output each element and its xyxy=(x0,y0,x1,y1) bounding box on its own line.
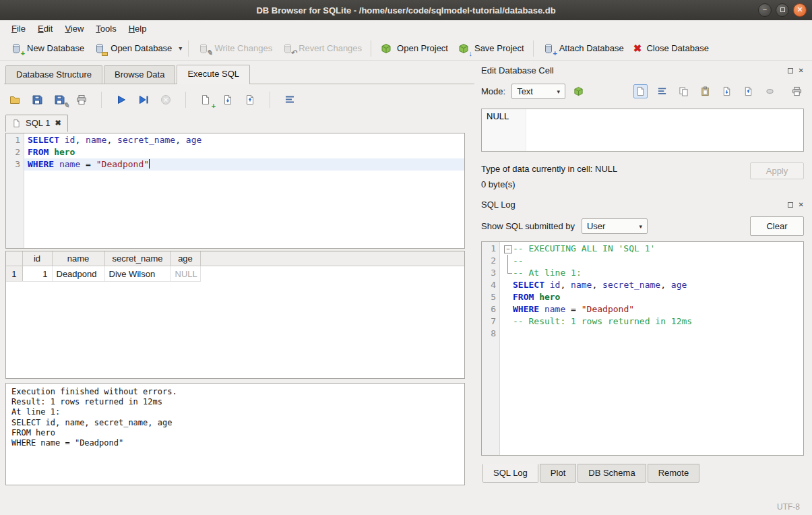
edit-cell-title: Edit Database Cell xyxy=(481,65,554,75)
clear-button[interactable]: Clear xyxy=(750,216,804,236)
close-button[interactable]: ✕ xyxy=(793,3,807,17)
table-cell[interactable]: Deadpond xyxy=(52,266,104,282)
new-database-button[interactable]: + New Database xyxy=(5,40,89,57)
export-sql-button[interactable] xyxy=(243,93,257,107)
column-header-secret-name[interactable]: secret_name xyxy=(104,251,170,266)
right-panel: Edit Database Cell ✕ Mode: Text ▾ xyxy=(474,61,812,499)
bottom-tab-bar: SQL Log Plot DB Schema Remote xyxy=(481,464,804,483)
close-database-button[interactable]: ✖ Close Database xyxy=(629,40,714,57)
code-line: -- xyxy=(500,255,803,267)
sql1-tab[interactable]: SQL 1 ✖ xyxy=(5,115,68,132)
maximize-icon xyxy=(780,7,785,12)
format-sql-button[interactable] xyxy=(283,93,296,107)
import-sql-button[interactable] xyxy=(221,93,235,107)
tab-plot[interactable]: Plot xyxy=(540,464,576,483)
cell-info-block: Type of data currently in cell: NULL 0 b… xyxy=(481,162,804,195)
set-null-button[interactable] xyxy=(763,84,777,98)
column-header-id[interactable]: id xyxy=(22,251,52,266)
play-to-line-icon xyxy=(138,94,149,105)
paste-cell-button[interactable] xyxy=(698,84,712,98)
float-panel-icon[interactable] xyxy=(788,202,793,208)
column-header-age[interactable]: age xyxy=(170,251,200,266)
open-project-button[interactable]: Open Project xyxy=(375,40,453,57)
menu-edit[interactable]: Edit xyxy=(32,22,59,36)
save-project-button[interactable]: ↓ Save Project xyxy=(453,40,529,57)
sql-log-view[interactable]: 12345678 -- EXECUTING ALL IN 'SQL 1'----… xyxy=(481,241,804,456)
table-cell[interactable]: 1 xyxy=(22,266,52,282)
print-sql-button[interactable] xyxy=(75,93,88,107)
save-sql-as-button[interactable]: ✎ xyxy=(53,93,66,107)
mode-label: Mode: xyxy=(481,86,505,96)
menu-view[interactable]: View xyxy=(59,22,90,36)
print-cell-button[interactable] xyxy=(790,84,804,98)
clipboard-icon xyxy=(700,86,710,96)
log-code-area[interactable]: -- EXECUTING ALL IN 'SQL 1'---- At line … xyxy=(500,242,803,455)
titlebar[interactable]: DB Browser for SQLite - /home/user/code/… xyxy=(0,0,812,20)
import-table-button[interactable] xyxy=(571,84,586,98)
text-mode-button[interactable] xyxy=(633,84,648,98)
tab-browse-data[interactable]: Browse Data xyxy=(104,65,175,84)
menu-tools[interactable]: Tools xyxy=(90,22,122,36)
code-line: SELECT id, name, secret_name, age xyxy=(500,279,803,291)
submitter-select[interactable]: User ▾ xyxy=(582,218,648,234)
new-sql-tab-button[interactable]: + xyxy=(199,93,212,107)
close-panel-icon[interactable]: ✕ xyxy=(799,201,804,208)
document-import-icon xyxy=(222,94,233,105)
maximize-button[interactable] xyxy=(776,3,789,17)
execution-message-area[interactable]: Execution finished without errors. Resul… xyxy=(5,383,465,485)
line-number: 3 xyxy=(6,158,20,171)
play-icon xyxy=(116,94,127,105)
column-header-name[interactable]: name xyxy=(52,251,104,266)
fold-marker-icon[interactable] xyxy=(503,243,513,255)
write-changes-button[interactable]: ✎ Write Changes xyxy=(193,40,277,57)
open-database-dropdown-icon[interactable]: ▾ xyxy=(177,44,184,52)
cell-value-editor[interactable]: NULL xyxy=(481,109,804,152)
fold-gutter xyxy=(503,303,513,315)
apply-button[interactable]: Apply xyxy=(750,162,804,179)
fold-marker-icon xyxy=(503,255,513,267)
log-line-numbers: 12345678 xyxy=(482,242,500,455)
execute-all-button[interactable] xyxy=(115,93,128,107)
attach-database-button[interactable]: + Attach Database xyxy=(538,40,629,57)
open-database-icon xyxy=(94,42,106,55)
minimize-button[interactable]: − xyxy=(758,3,772,17)
code-line: WHERE name = "Deadpond" xyxy=(24,158,464,171)
close-panel-icon[interactable]: ✕ xyxy=(799,67,804,74)
results-grid[interactable]: id name secret_name age 11DeadpondDive W… xyxy=(5,251,465,379)
app-window: DB Browser for SQLite - /home/user/code/… xyxy=(0,0,812,515)
table-cell[interactable]: NULL xyxy=(170,266,200,282)
editor-code-area[interactable]: SELECT id, name, secret_name, ageFROM he… xyxy=(24,133,464,248)
revert-changes-button[interactable]: ↶ Revert Changes xyxy=(277,40,367,57)
open-database-button[interactable]: Open Database xyxy=(89,40,177,57)
window-title: DB Browser for SQLite - /home/user/code/… xyxy=(256,5,555,16)
write-changes-icon: ✎ xyxy=(197,42,210,55)
line-number: 5 xyxy=(482,291,496,303)
menu-help[interactable]: Help xyxy=(123,22,153,36)
save-sql-file-button[interactable] xyxy=(30,93,44,107)
stop-button[interactable] xyxy=(159,93,173,107)
close-sql1-tab-icon[interactable]: ✖ xyxy=(55,119,61,127)
tab-db-schema[interactable]: DB Schema xyxy=(577,464,646,483)
word-wrap-button[interactable] xyxy=(655,84,669,98)
tab-remote[interactable]: Remote xyxy=(648,464,700,483)
tab-sql-log[interactable]: SQL Log xyxy=(482,464,538,483)
mode-select[interactable]: Text ▾ xyxy=(511,84,565,99)
table-row[interactable]: 11DeadpondDive WilsonNULL xyxy=(6,266,464,282)
sql-editor[interactable]: 123 SELECT id, name, secret_name, ageFRO… xyxy=(5,133,465,249)
open-sql-file-button[interactable] xyxy=(8,93,22,107)
float-panel-icon[interactable] xyxy=(788,68,793,73)
tab-database-structure[interactable]: Database Structure xyxy=(5,65,102,84)
cube-icon xyxy=(573,86,584,96)
execute-line-button[interactable] xyxy=(137,93,150,107)
copy-cell-button[interactable] xyxy=(677,84,691,98)
fold-gutter xyxy=(503,291,513,303)
import-cell-file-button[interactable] xyxy=(720,84,734,98)
export-cell-file-button[interactable] xyxy=(741,84,755,98)
header-filler xyxy=(200,251,464,266)
edit-cell-header: Edit Database Cell ✕ xyxy=(481,65,804,75)
open-project-icon xyxy=(380,42,392,55)
table-cell[interactable]: Dive Wilson xyxy=(104,266,170,282)
cell-type-info: Type of data currently in cell: NULL xyxy=(481,164,617,174)
tab-execute-sql[interactable]: Execute SQL xyxy=(177,65,250,84)
menu-file[interactable]: File xyxy=(5,22,32,36)
